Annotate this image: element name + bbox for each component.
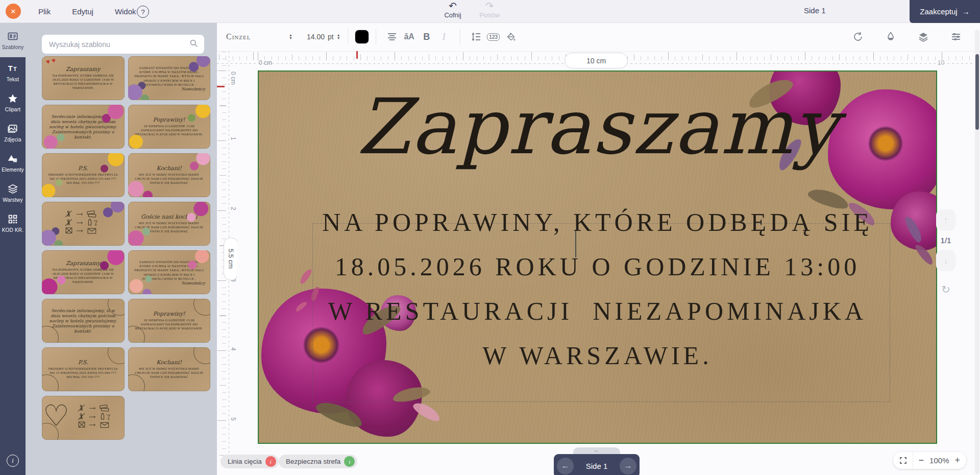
cursor-x-marker [356, 51, 358, 59]
bold-button[interactable]: B [418, 28, 435, 45]
template-card[interactable]: Kochani! MY JUŻ W DOMU WSZYSTKO MAMY CHC… [128, 153, 211, 197]
page-indicator-column: ↑ 1/1 ↓ ↻ [934, 209, 958, 296]
template-card[interactable]: Kochani! MY JUŻ W DOMU WSZYSTKO MAMY CHC… [128, 347, 211, 391]
arrow-left-icon: ← [561, 461, 570, 470]
scrollbar-thumb[interactable] [975, 54, 979, 130]
cut-line-toggle[interactable]: Linia cięcia i [220, 455, 279, 468]
accept-button[interactable]: Zaakceptuj → [910, 0, 980, 23]
template-card[interactable]: ZAMIAST KWIATÓW DO WAZONÓW, KTÓRE USCHNĄ… [128, 250, 211, 294]
text-color-swatch[interactable] [355, 30, 369, 43]
invitation-body-text[interactable]: NA POPRAWINY, KTÓRE ODBĘDĄ SIĘ18.05.2026… [259, 200, 936, 378]
template-card[interactable]: Goście nasi kochani MY JUŻ W DOMU WSZYST… [128, 202, 211, 246]
template-card[interactable] [42, 396, 125, 440]
arrow-right-icon: → [962, 7, 970, 16]
search-input[interactable] [48, 40, 189, 49]
info-button[interactable]: i [0, 448, 26, 475]
vertical-scrollbar[interactable] [975, 30, 979, 474]
template-search[interactable] [42, 35, 204, 54]
ruler-cm-label: 4 [230, 347, 237, 351]
card-body-text: Serdecznie informujemy, iż w dniu wesela… [47, 114, 119, 140]
align-center-button[interactable] [383, 28, 401, 45]
sidebar-item-zdjecia[interactable]: Zdjęcia [0, 117, 26, 148]
letter-case-button[interactable]: āA [401, 28, 418, 45]
info-icon: i [7, 455, 19, 467]
info-icon[interactable]: i [344, 456, 355, 467]
font-size-control[interactable]: 14.00 pt ▲▼ [307, 33, 340, 41]
sidebar-item-clipart[interactable]: Clipart [0, 87, 26, 117]
layers-order-button[interactable] [915, 28, 932, 45]
card-script-title: Zapraszamy [66, 260, 101, 267]
menu-item-widok[interactable]: Widok [115, 7, 136, 16]
text-caret [575, 231, 576, 257]
sidebar-item-elementy[interactable]: Elementy [0, 148, 26, 178]
card-script-title: Poprawiny! [153, 311, 185, 317]
cut-line-label: Linia cięcia [228, 458, 262, 465]
template-card[interactable]: Serdecznie informujemy, iż w dniu wesela… [42, 105, 125, 149]
template-card[interactable]: ZAMIAST KWIATÓW DO WAZONÓW, KTÓRE USCHNĄ… [128, 56, 211, 100]
line-spacing-button[interactable] [468, 28, 485, 45]
italic-button[interactable]: I [435, 28, 453, 45]
horizontal-ruler: 0 cm 10 10 cm [217, 51, 974, 70]
svg-text:T: T [8, 64, 13, 73]
card-body-text: MY JUŻ W DOMU WSZYSTKO MAMY CHCECIE NAM … [133, 221, 206, 234]
toolbar-divider [376, 29, 376, 44]
card-body-text: 18 SIERPNIA O GODZINIE 15:00 ZAPRASZAMY … [133, 124, 206, 137]
template-card[interactable]: P.S. PROSIMY O POTWIERDZENIE PRZYBYCIA D… [42, 153, 125, 197]
document-width-badge: 10 cm [565, 53, 628, 68]
templates-panel: Zapraszamy NA POPRAWINY, KTÓRE ODBĘDĄ SI… [26, 22, 217, 475]
page-down-button[interactable]: ↓ [936, 250, 955, 271]
template-card[interactable] [42, 202, 125, 246]
cursor-y-marker [217, 86, 225, 87]
template-card[interactable]: Zapraszamy NA POPRAWINY, KTÓRE ODBĘDĄ SI… [42, 56, 125, 100]
card-body-text: Serdecznie informujemy, iż w dniu wesela… [47, 308, 119, 334]
rotate-button[interactable] [849, 28, 867, 45]
settings-button[interactable] [947, 28, 965, 45]
template-card[interactable]: Poprawiny! 18 SIERPNIA O GODZINIE 15:00 … [128, 105, 211, 149]
close-icon[interactable]: ✕ [6, 4, 21, 19]
fill-color-button[interactable] [502, 28, 520, 45]
previous-side-button[interactable]: ← [557, 458, 574, 474]
design-canvas[interactable]: Zapraszamy NA POPRAWINY, KTÓRE ODBĘDĄ SI… [258, 70, 937, 444]
top-menu-bar: ✕ Plik Edytuj Widok ? ↶ Cofnij ↷ Ponów S… [0, 0, 980, 23]
redo-button[interactable]: ↷ Ponów [476, 1, 503, 19]
template-card[interactable]: Zapraszamy NA POPRAWINY, KTÓRE ODBĘDĄ SI… [42, 250, 125, 294]
template-card[interactable]: P.S. PROSIMY O POTWIERDZENIE PRZYBYCIA D… [42, 347, 125, 391]
font-family-select[interactable]: Cinzel ▲▼ [226, 32, 292, 41]
menu-item-edytuj[interactable]: Edytuj [72, 7, 93, 16]
fit-screen-icon[interactable] [899, 457, 907, 464]
help-icon[interactable]: ? [137, 6, 149, 18]
sidebar-item-kod-kr[interactable]: KOD KR. [0, 208, 26, 238]
zoom-in-button[interactable]: + [954, 455, 960, 466]
card-script-title: P.S. [78, 165, 88, 172]
template-card[interactable]: Poprawiny! 18 SIERPNIA O GODZINIE 15:00 … [128, 299, 211, 343]
chevron-up-icon: ︿ [594, 447, 599, 454]
template-card[interactable]: Serdecznie informujemy, iż w dniu wesela… [42, 299, 125, 343]
zoom-out-button[interactable]: − [919, 455, 924, 466]
opacity-button[interactable] [882, 28, 899, 45]
font-stepper-icon[interactable]: ▲▼ [289, 34, 292, 40]
invitation-title-text[interactable]: Zapraszamy [259, 76, 936, 178]
sidebar-item-label: Elementy [2, 167, 23, 173]
undo-button[interactable]: ↶ Cofnij [439, 1, 467, 19]
next-side-button[interactable]: → [620, 458, 636, 474]
menu-item-plik[interactable]: Plik [38, 7, 51, 16]
redo-label: Ponów [479, 11, 500, 19]
card-script-title: Zapraszamy [66, 66, 101, 73]
sidebar-item-warstwy[interactable]: Warstwy [0, 178, 26, 208]
zoom-bar: − 100% + [893, 452, 966, 469]
safe-zone-toggle[interactable]: Bezpieczna strefa i [279, 455, 357, 468]
rotate-page-icon[interactable]: ↻ [941, 283, 950, 296]
size-stepper-icon[interactable]: ▲▼ [337, 34, 340, 40]
page-up-button[interactable]: ↑ [936, 209, 955, 231]
sidebar-item-tekst[interactable]: TT Tekst [0, 57, 26, 87]
sidebar-item-label: Warstwy [3, 197, 22, 203]
layers-icon [7, 183, 18, 195]
zoom-level-value: 100% [929, 456, 949, 465]
numbered-list-button[interactable]: 123 [485, 28, 502, 45]
card-pictograms [63, 208, 103, 239]
sidebar-item-label: Tekst [7, 77, 19, 82]
sidebar-item-szablony[interactable]: Szablony [0, 22, 26, 57]
droplet-icon [885, 31, 896, 42]
font-size-value: 14.00 [307, 33, 325, 41]
info-icon[interactable]: i [265, 456, 276, 467]
